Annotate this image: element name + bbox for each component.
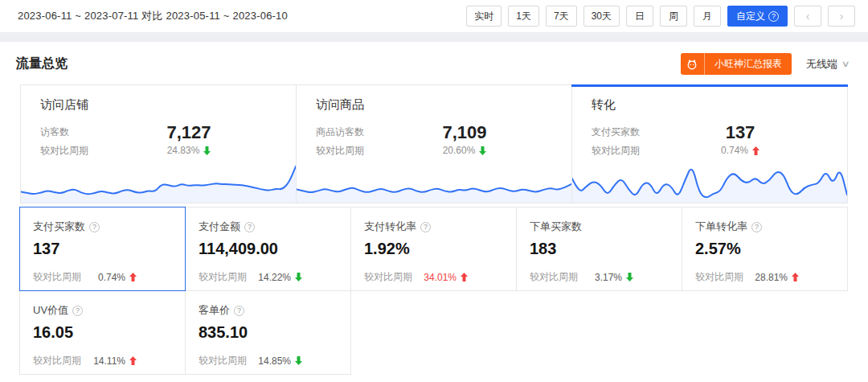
date-range-picker[interactable]: 2023-06-11 ~ 2023-07-11 对比 2023-05-11 ~ …: [18, 9, 288, 23]
range-button-30day[interactable]: 30天: [583, 6, 620, 27]
compare-label: 较对比周期: [40, 142, 88, 160]
trend-up-icon: [792, 273, 799, 281]
top-toolbar: 2023-06-11 ~ 2023-07-11 对比 2023-05-11 ~ …: [0, 0, 868, 32]
tab-title: 访问商品: [316, 97, 552, 113]
metric-card-uv-value[interactable]: UV价值 ? 16.05 较对比周期 14.11%: [19, 290, 186, 375]
metric-card-avg-order-value[interactable]: 客单价 ? 835.10 较对比周期 14.85%: [185, 290, 351, 375]
trend-up-icon: [752, 146, 760, 155]
compare-label: 较对比周期: [199, 354, 247, 368]
metric-card-pay-buyers[interactable]: 支付买家数 ? 137 较对比周期 0.74%: [19, 207, 186, 291]
delta-value: 24.83%: [167, 145, 200, 156]
tab-conversion[interactable]: 转化 支付买家数 较对比周期 137 0.74%: [571, 85, 847, 203]
metric-label: 下单转化率: [695, 220, 747, 234]
metric-label: 支付金额: [199, 220, 240, 234]
delta-value: 0.74%: [721, 145, 748, 156]
compare-label: 较对比周期: [33, 354, 81, 368]
trend-up-icon: [129, 356, 137, 365]
metric-value: 7,127: [137, 123, 241, 142]
metric-value: 16.05: [33, 323, 172, 342]
help-icon[interactable]: ?: [420, 222, 431, 232]
delta-value: 0.74%: [98, 272, 125, 283]
trend-down-icon: [479, 146, 486, 155]
help-icon[interactable]: ?: [244, 222, 255, 232]
custom-range-label: 自定义: [736, 10, 765, 23]
metric-label: UV价值: [33, 303, 68, 318]
delta-value: 28.81%: [755, 272, 788, 283]
help-icon[interactable]: ?: [751, 222, 762, 232]
compare-label: 较对比周期: [592, 142, 640, 160]
sparkline-chart: [572, 158, 847, 203]
metric-value: 2.57%: [695, 240, 834, 258]
metric-label: 商品访客数: [316, 123, 364, 142]
overview-tab-cards: 访问店铺 访客数 较对比周期 7,127 24.83%: [20, 84, 848, 203]
tab-shop-visits[interactable]: 访问店铺 访客数 较对比周期 7,127 24.83%: [21, 85, 296, 203]
metric-label: 访客数: [40, 123, 88, 142]
compare-label: 较对比周期: [199, 270, 247, 284]
trend-down-icon: [626, 273, 633, 281]
tab-title: 访问店铺: [40, 97, 276, 113]
range-button-week[interactable]: 周: [660, 6, 687, 27]
trend-down-icon: [295, 356, 302, 365]
trend-down-icon: [295, 273, 302, 281]
metric-value: 7,109: [412, 123, 517, 142]
metric-label: 支付买家数: [33, 220, 85, 234]
trend-up-icon: [461, 273, 468, 281]
help-icon: ?: [768, 11, 779, 22]
compare-label: 较对比周期: [530, 270, 578, 284]
metric-label: 下单买家数: [530, 220, 582, 234]
range-button-custom[interactable]: 自定义 ?: [727, 6, 788, 27]
range-button-1day[interactable]: 1天: [508, 6, 539, 27]
metric-card-pay-conversion[interactable]: 支付转化率 ? 1.92% 较对比周期 34.01%: [350, 207, 517, 291]
metric-value: 137: [33, 240, 172, 258]
metric-label: 客单价: [199, 303, 230, 318]
metric-card-pay-amount[interactable]: 支付金额 ? 114,409.00 较对比周期 14.22%: [185, 207, 351, 291]
help-icon[interactable]: ?: [234, 306, 244, 316]
tab-title: 转化: [592, 97, 828, 113]
metric-value: 137: [688, 123, 792, 142]
trend-up-icon: [129, 273, 137, 281]
compare-label: 较对比周期: [695, 270, 743, 284]
compare-label: 较对比周期: [316, 142, 364, 160]
traffic-overview-panel: 流量总览 小旺神汇总报表 无线端 ∨: [0, 42, 868, 382]
delta-value: 20.60%: [443, 145, 476, 156]
trend-down-icon: [203, 146, 211, 155]
metric-value: 183: [530, 240, 669, 258]
metric-cards-grid: 支付买家数 ? 137 较对比周期 0.74% 支付金额 ? 114,409.0…: [20, 207, 848, 375]
sparkline-chart: [21, 158, 296, 203]
range-button-realtime[interactable]: 实时: [466, 6, 502, 27]
compare-label: 较对比周期: [364, 270, 412, 284]
wangshen-report-button[interactable]: 小旺神汇总报表: [681, 53, 792, 75]
compare-label: 较对比周期: [33, 270, 81, 284]
range-button-7day[interactable]: 7天: [546, 6, 577, 27]
next-period-button[interactable]: ›: [828, 6, 855, 27]
metric-value: 1.92%: [364, 240, 503, 258]
help-icon[interactable]: ?: [72, 306, 83, 316]
delta-value: 34.01%: [424, 272, 457, 283]
metric-label: 支付转化率: [364, 220, 416, 234]
tab-product-visits[interactable]: 访问商品 商品访客数 较对比周期 7,109 20.60%: [296, 85, 571, 203]
wangshen-cat-icon: [681, 53, 705, 75]
sparkline-chart: [297, 158, 571, 203]
panel-header: 流量总览 小旺神汇总报表 无线端 ∨: [0, 42, 868, 83]
metric-value: 114,409.00: [199, 240, 338, 258]
delta-value: 3.17%: [595, 272, 622, 283]
page-title: 流量总览: [16, 55, 68, 72]
metric-card-order-conversion[interactable]: 下单转化率 ? 2.57% 较对比周期 28.81%: [682, 207, 848, 291]
prev-period-button[interactable]: ‹: [794, 6, 821, 27]
metric-card-order-buyers[interactable]: 下单买家数 ? 183 较对比周期 3.17%: [516, 207, 682, 291]
help-icon[interactable]: ?: [89, 222, 100, 232]
device-dropdown[interactable]: 无线端 ∨: [806, 57, 849, 72]
delta-value: 14.85%: [258, 355, 291, 367]
delta-value: 14.22%: [258, 272, 291, 283]
metric-value: 835.10: [199, 323, 338, 342]
delta-value: 14.11%: [93, 355, 125, 367]
report-button-label: 小旺神汇总报表: [705, 57, 792, 71]
metric-label: 支付买家数: [592, 123, 640, 142]
range-button-day[interactable]: 日: [626, 6, 653, 27]
range-button-month[interactable]: 月: [694, 6, 721, 27]
device-dropdown-label: 无线端: [806, 57, 837, 72]
time-range-buttons: 实时 1天 7天 30天 日 周 月 自定义 ? ‹ ›: [466, 6, 855, 27]
chevron-down-icon: ∨: [841, 59, 850, 69]
active-tab-indicator: [571, 84, 848, 87]
